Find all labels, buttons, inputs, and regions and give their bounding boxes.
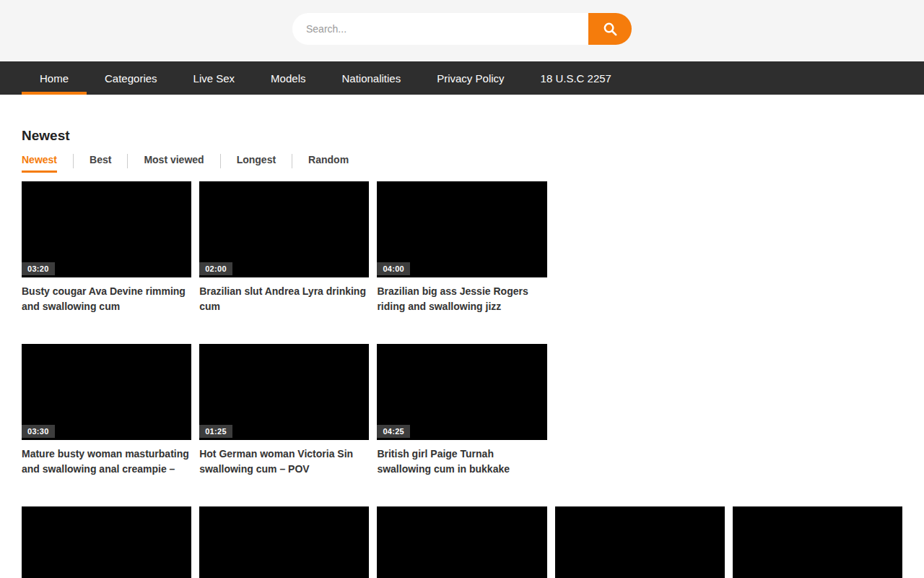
duration-badge: 03:30 bbox=[22, 425, 55, 438]
video-row bbox=[22, 506, 902, 578]
tab-random[interactable]: Random bbox=[308, 154, 349, 173]
tab-best[interactable]: Best bbox=[90, 154, 111, 173]
video-card: 04:25British girl Paige Turnah swallowin… bbox=[377, 344, 546, 477]
search-icon bbox=[602, 21, 619, 38]
nav-item-18-u-s-c-2257[interactable]: 18 U.S.C 2257 bbox=[523, 61, 629, 95]
main-nav: HomeCategoriesLive SexModelsNationalitie… bbox=[0, 61, 924, 95]
nav-item-live-sex[interactable]: Live Sex bbox=[175, 61, 253, 95]
video-grid: 03:20Busty cougar Ava Devine rimming and… bbox=[22, 181, 902, 578]
video-card: 01:25Hot German woman Victoria Sin swall… bbox=[199, 344, 369, 477]
video-card bbox=[377, 506, 546, 578]
nav-item-models[interactable]: Models bbox=[253, 61, 323, 95]
video-thumbnail[interactable] bbox=[555, 506, 725, 578]
video-thumbnail[interactable] bbox=[199, 506, 369, 578]
search-button[interactable] bbox=[588, 13, 632, 45]
nav-item-nationalities[interactable]: Nationalities bbox=[323, 61, 419, 95]
tab-divider bbox=[292, 154, 292, 168]
video-card: 02:00Brazilian slut Andrea Lyra drinking… bbox=[199, 181, 369, 314]
tab-most-viewed[interactable]: Most viewed bbox=[144, 154, 204, 173]
video-thumbnail[interactable]: 03:20 bbox=[22, 181, 191, 277]
duration-badge: 04:00 bbox=[377, 262, 410, 275]
video-card bbox=[199, 506, 369, 578]
video-thumbnail[interactable]: 01:25 bbox=[199, 344, 369, 440]
video-thumbnail[interactable] bbox=[733, 506, 902, 578]
video-card: 03:30Mature busty woman masturbating and… bbox=[22, 344, 191, 477]
video-row: 03:20Busty cougar Ava Devine rimming and… bbox=[22, 181, 902, 314]
video-thumbnail[interactable] bbox=[22, 506, 191, 578]
nav-item-home[interactable]: Home bbox=[22, 61, 87, 95]
video-title[interactable]: Hot German woman Victoria Sin swallowing… bbox=[199, 447, 369, 477]
video-title[interactable]: Mature busty woman masturbating and swal… bbox=[22, 447, 191, 477]
sort-tabs: NewestBestMost viewedLongestRandom bbox=[22, 154, 902, 173]
video-title[interactable]: British girl Paige Turnah swallowing cum… bbox=[377, 447, 546, 477]
tab-newest[interactable]: Newest bbox=[22, 154, 57, 173]
duration-badge: 01:25 bbox=[199, 425, 232, 438]
video-card bbox=[733, 506, 902, 578]
video-card bbox=[555, 506, 725, 578]
video-title[interactable]: Brazilian slut Andrea Lyra drinking cum bbox=[199, 284, 369, 314]
video-thumbnail[interactable]: 04:25 bbox=[377, 344, 546, 440]
video-row: 03:30Mature busty woman masturbating and… bbox=[22, 344, 902, 477]
duration-badge: 02:00 bbox=[199, 262, 232, 275]
video-card bbox=[22, 506, 191, 578]
duration-badge: 03:20 bbox=[22, 262, 55, 275]
nav-item-categories[interactable]: Categories bbox=[87, 61, 175, 95]
main-content: Newest NewestBestMost viewedLongestRando… bbox=[0, 128, 924, 578]
video-thumbnail[interactable]: 04:00 bbox=[377, 181, 546, 277]
search-form bbox=[292, 13, 632, 45]
page-title: Newest bbox=[22, 128, 902, 144]
tab-longest[interactable]: Longest bbox=[237, 154, 276, 173]
tab-divider bbox=[127, 154, 128, 168]
video-title[interactable]: Brazilian big ass Jessie Rogers riding a… bbox=[377, 284, 546, 314]
video-thumbnail[interactable]: 02:00 bbox=[199, 181, 369, 277]
tab-divider bbox=[73, 154, 74, 168]
video-thumbnail[interactable] bbox=[377, 506, 546, 578]
search-input[interactable] bbox=[292, 13, 588, 45]
nav-item-privacy-policy[interactable]: Privacy Policy bbox=[419, 61, 522, 95]
video-card: 04:00Brazilian big ass Jessie Rogers rid… bbox=[377, 181, 546, 314]
duration-badge: 04:25 bbox=[377, 425, 410, 438]
video-card: 03:20Busty cougar Ava Devine rimming and… bbox=[22, 181, 191, 314]
video-title[interactable]: Busty cougar Ava Devine rimming and swal… bbox=[22, 284, 191, 314]
video-thumbnail[interactable]: 03:30 bbox=[22, 344, 191, 440]
search-header bbox=[0, 0, 924, 61]
tab-divider bbox=[220, 154, 221, 168]
